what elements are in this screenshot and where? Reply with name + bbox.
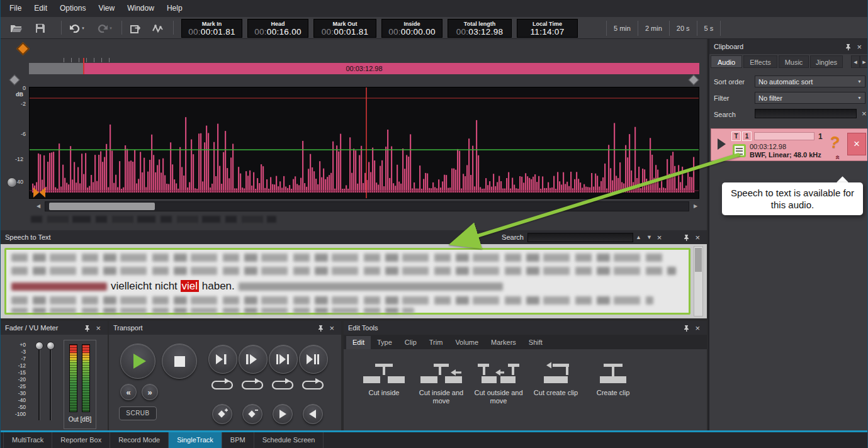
tab-multitrack[interactable]: MultiTrack [3, 432, 52, 448]
tab-reporter-box[interactable]: Reporter Box [52, 432, 110, 448]
clear-search-button[interactable]: × [859, 109, 868, 118]
menu-options[interactable]: Options [54, 0, 92, 17]
find-next-button[interactable]: ▼ [644, 234, 655, 240]
remove-item-button[interactable]: × [847, 133, 866, 155]
waveform-display[interactable] [29, 87, 699, 199]
tab-schedule-screen[interactable]: Schedule Screen [254, 432, 324, 448]
vertical-scrollbar[interactable] [694, 246, 703, 316]
next-marker-button[interactable] [273, 404, 293, 424]
loop-play-from-button[interactable] [241, 378, 264, 391]
range-handle-left[interactable] [9, 75, 20, 86]
prelisten-play-icon[interactable] [718, 138, 726, 150]
open-file-button[interactable] [8, 21, 25, 36]
tab-record-mode[interactable]: Record Mode [110, 432, 169, 448]
menu-edit[interactable]: Edit [28, 0, 54, 17]
save-button[interactable] [32, 21, 48, 36]
pin-icon[interactable] [845, 43, 852, 50]
scrub-button[interactable]: SCRUB [119, 406, 157, 420]
filter-select[interactable]: No filter ▼ [755, 92, 865, 104]
close-panel-button[interactable]: × [854, 43, 864, 51]
previous-marker-button[interactable] [303, 404, 323, 424]
cut-create-clip-button[interactable]: Cut create clip [528, 356, 583, 425]
play-clip-button[interactable] [299, 345, 328, 374]
zoom-preset-5s[interactable]: 5 s [697, 21, 721, 36]
transcript-available-icon[interactable] [733, 144, 746, 157]
range-handle-right[interactable] [689, 75, 699, 86]
tab-type[interactable]: Type [371, 336, 398, 349]
add-marker-button[interactable] [212, 404, 232, 424]
close-panel-button[interactable]: × [692, 233, 702, 242]
fader-knob-left[interactable] [35, 342, 43, 350]
tab-jingles[interactable]: Jingles [810, 55, 843, 68]
transcript-area[interactable]: vielleicht nicht viel haben. [4, 248, 690, 315]
fader-knob-right[interactable] [47, 342, 55, 350]
speech-search-input[interactable] [527, 233, 633, 242]
play-button[interactable] [120, 344, 155, 379]
scrollbar-thumb[interactable] [49, 203, 155, 210]
play-from-mark-button[interactable] [239, 345, 268, 374]
close-panel-button[interactable]: × [93, 324, 103, 332]
zoom-preset-5min[interactable]: 5 min [606, 21, 638, 36]
scroll-right-button[interactable]: ▶ [690, 201, 701, 211]
collapse-item-icon[interactable]: « [833, 155, 842, 160]
sort-order-select[interactable]: No automatic sort ▼ [755, 76, 865, 87]
play-selection-button[interactable] [269, 345, 298, 374]
tab-shift[interactable]: Shift [522, 336, 549, 349]
redo-button[interactable]: ▾ [94, 21, 115, 36]
tab-clip[interactable]: Clip [398, 336, 423, 349]
pin-icon[interactable] [683, 325, 690, 332]
tab-volume[interactable]: Volume [449, 336, 485, 349]
tabs-scroll-left[interactable]: ◀ [851, 55, 860, 68]
prelisten-help-icon[interactable]: ? [828, 132, 841, 153]
zoom-preset-2min[interactable]: 2 min [638, 21, 669, 36]
edit-marker-icon[interactable] [33, 188, 39, 198]
pin-icon[interactable] [84, 325, 91, 332]
loop-clip-button[interactable] [302, 378, 324, 391]
scroll-left-button[interactable]: ◀ [33, 201, 43, 211]
menu-view[interactable]: View [92, 0, 121, 17]
remove-marker-button[interactable] [242, 404, 262, 424]
cut-outside-and-move-button[interactable]: Cut outside and move [471, 356, 526, 425]
pin-icon[interactable] [683, 234, 690, 241]
cut-inside-and-move-button[interactable]: Cut inside and move [414, 356, 469, 425]
zoom-preset-20s[interactable]: 20 s [669, 21, 697, 36]
close-panel-button[interactable]: × [327, 324, 337, 332]
tab-effects[interactable]: Effects [743, 55, 777, 68]
close-panel-button[interactable]: × [692, 324, 702, 332]
tab-bpm[interactable]: BPM [222, 432, 254, 448]
marker-diamond-icon[interactable] [16, 42, 30, 55]
clipboard-item[interactable]: T 1 1 00:03:12.98 BWF, Linear; 48.0 kHz … [711, 128, 868, 161]
fader-track-right[interactable] [50, 344, 52, 420]
clipboard-search-input[interactable] [755, 109, 857, 118]
gain-knob[interactable] [7, 177, 17, 188]
loop-selection-button[interactable] [271, 378, 294, 391]
undo-button[interactable]: ▾ [66, 21, 87, 36]
loop-play-to-button[interactable] [211, 378, 234, 391]
fader-track-left[interactable] [38, 344, 40, 420]
cut-inside-button[interactable]: Cut inside [356, 356, 412, 425]
horizontal-scrollbar[interactable] [45, 201, 689, 211]
tab-edit[interactable]: Edit [346, 336, 371, 349]
edit-marker-icon[interactable] [40, 188, 45, 198]
clear-search-button[interactable]: × [655, 233, 665, 242]
audio-processing-button[interactable] [150, 21, 167, 36]
tab-music[interactable]: Music [779, 55, 809, 68]
tab-trim[interactable]: Trim [423, 336, 449, 349]
export-button[interactable] [128, 21, 144, 36]
find-previous-button[interactable]: ▲ [633, 234, 644, 240]
tab-markers[interactable]: Markers [485, 336, 522, 349]
overview-bar[interactable]: 00:03:12.98 [29, 63, 699, 74]
stop-button[interactable] [162, 344, 197, 379]
menu-help[interactable]: Help [161, 0, 189, 17]
scrollbar-thumb[interactable] [695, 248, 702, 272]
skip-back-button[interactable]: « [120, 384, 137, 400]
tabs-scroll-right[interactable]: ▶ [860, 55, 868, 68]
menu-window[interactable]: Window [121, 0, 161, 17]
create-clip-button[interactable]: Create clip [585, 356, 641, 425]
pin-icon[interactable] [317, 325, 324, 332]
play-to-mark-button[interactable] [208, 345, 237, 374]
tab-audio[interactable]: Audio [711, 55, 742, 68]
tab-singletrack[interactable]: SingleTrack [169, 432, 222, 448]
skip-forward-button[interactable]: » [142, 384, 158, 400]
menu-file[interactable]: File [3, 0, 28, 17]
